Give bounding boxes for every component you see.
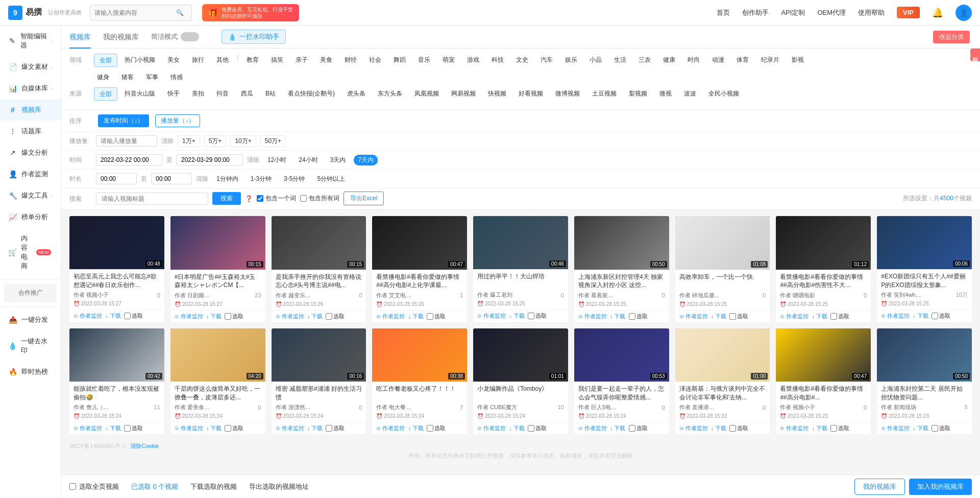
duration-1min[interactable]: 1分钟内 bbox=[212, 174, 242, 184]
include-all-label[interactable]: 包含所有词 bbox=[300, 194, 339, 203]
sidebar-item-self-media[interactable]: 📊自媒体库 › bbox=[0, 78, 61, 99]
source-tag-19[interactable]: 全民小视频 bbox=[703, 87, 744, 100]
time-3d[interactable]: 3天内 bbox=[326, 155, 350, 165]
export-excel-btn[interactable]: 导出Excel bbox=[344, 192, 384, 205]
nav-oem[interactable]: OEM代理 bbox=[817, 8, 846, 17]
video-card-2[interactable]: 00:15 #日本明星广告##玉森裕太#玉森裕太シャレポンCM【... 作者 日… bbox=[170, 216, 265, 322]
author-monitor-action[interactable]: ⊙ 作者监控 bbox=[175, 313, 203, 320]
domain-tag-7[interactable]: 亲子 bbox=[290, 54, 313, 66]
download-action[interactable]: ↓ 下载 bbox=[711, 313, 727, 320]
source-tag-2[interactable]: 快手 bbox=[162, 87, 185, 100]
download-action[interactable]: ↓ 下载 bbox=[812, 424, 828, 432]
header-promo-banner[interactable]: 🎁 免费会员、五元礼包、行业干货扫码进群即可领取 bbox=[202, 4, 299, 21]
select-video-checkbox[interactable] bbox=[629, 425, 635, 432]
domain-tag-18[interactable]: 娱乐 bbox=[560, 54, 582, 66]
domain-tag-military[interactable]: 军事 bbox=[141, 71, 163, 83]
download-action[interactable]: ↓ 下载 bbox=[206, 424, 222, 432]
time-end-input[interactable] bbox=[177, 154, 243, 165]
user-avatar[interactable]: 👤 bbox=[955, 5, 972, 21]
nav-home[interactable]: 首页 bbox=[717, 8, 730, 17]
select-video-checkbox[interactable] bbox=[528, 425, 534, 432]
time-12h[interactable]: 12小时 bbox=[263, 155, 290, 165]
domain-tag-2[interactable]: 美女 bbox=[162, 54, 185, 66]
select-video-label[interactable]: 选取 bbox=[629, 424, 648, 432]
source-tag-11[interactable]: 网易视频 bbox=[446, 87, 481, 100]
download-action[interactable]: ↓ 下载 bbox=[711, 424, 727, 432]
source-tag-6[interactable]: B站 bbox=[260, 87, 281, 100]
download-action[interactable]: ↓ 下载 bbox=[307, 313, 323, 320]
select-video-checkbox[interactable] bbox=[528, 313, 534, 319]
search-icon[interactable]: 🔍 bbox=[176, 9, 184, 16]
sidebar-item-one-watermark[interactable]: 💧一键去水印 bbox=[0, 330, 61, 361]
author-monitor-action[interactable]: ⊙ 作者监控 bbox=[477, 312, 506, 320]
video-card-14[interactable]: 01:01 小龙编舞作品《Tomboy》 作者 CUBE魔方 10 ⏰ 2022… bbox=[473, 328, 568, 435]
duration-1-3min[interactable]: 1-3分钟 bbox=[247, 174, 276, 184]
select-video-label[interactable]: 选取 bbox=[225, 313, 243, 320]
domain-tag-23[interactable]: 时尚 bbox=[682, 54, 705, 66]
domain-tag-21[interactable]: 三农 bbox=[633, 54, 656, 66]
author-monitor-action[interactable]: ⊙ 作者监控 bbox=[881, 424, 910, 432]
playcount-clear-btn[interactable]: 清除 bbox=[161, 137, 174, 146]
source-tag-18[interactable]: 波波 bbox=[679, 87, 701, 100]
select-all-label[interactable]: 选取全页视频 bbox=[69, 482, 119, 491]
sidebar-item-explode-analysis[interactable]: ↗爆文分析 bbox=[0, 142, 61, 163]
select-video-label[interactable]: 选取 bbox=[326, 313, 345, 320]
source-tag-17[interactable]: 微视 bbox=[654, 87, 677, 100]
select-video-checkbox[interactable] bbox=[830, 313, 837, 320]
tab-video-library[interactable]: 视频库 bbox=[69, 26, 91, 49]
video-card-7[interactable]: 01:08 高效率卸车，一个比一个快. 作者 碎地瓜篓... 0 ⏰ 2022-… bbox=[675, 216, 770, 322]
domain-tag-10[interactable]: 社会 bbox=[364, 54, 386, 66]
download-action[interactable]: ↓ 下载 bbox=[408, 424, 424, 432]
source-tag-9[interactable]: 东方头条 bbox=[373, 87, 407, 100]
video-card-11[interactable]: 04:20 千层肉饼这么做简单又好吃，一撩叠一叠，皮薄层多还... 作者 爱美食… bbox=[170, 328, 265, 435]
include-all-checkbox[interactable] bbox=[300, 195, 307, 202]
simple-mode-switch[interactable] bbox=[181, 32, 199, 41]
video-card-16[interactable]: 01:00 泽连斯基：与俄方谈判中完全不会讨论非军事化和'去纳... 作者 直播… bbox=[675, 328, 770, 435]
domain-tag-health[interactable]: 健身 bbox=[92, 71, 114, 83]
domain-tag-19[interactable]: 小品 bbox=[584, 54, 607, 66]
domain-tag-9[interactable]: 财经 bbox=[339, 54, 362, 66]
domain-tag-14[interactable]: 游戏 bbox=[462, 54, 484, 66]
domain-tag-11[interactable]: 舞蹈 bbox=[388, 54, 411, 66]
sort-btn-time[interactable]: 发布时间（↓） bbox=[98, 114, 149, 127]
video-card-15[interactable]: 00:53 我们是要一起走一辈子的人，怎么会气馁弄你呢整爱情感... 作者 巨人… bbox=[574, 328, 669, 435]
domain-tag-27[interactable]: 影视 bbox=[787, 54, 809, 66]
time-start-input[interactable] bbox=[96, 154, 162, 165]
video-card-13[interactable]: 00:38 吃工作餐老板又心疼了！！！ 作者 电大餐肉吧 7 ⏰ 2022-03… bbox=[372, 328, 467, 435]
domain-tag-17[interactable]: 汽车 bbox=[535, 54, 558, 66]
select-video-label[interactable]: 选取 bbox=[932, 312, 950, 320]
sidebar-item-rank-analysis[interactable]: 📈榜单分析 bbox=[0, 206, 61, 228]
domain-tag-22[interactable]: 健康 bbox=[658, 54, 680, 66]
select-video-checkbox[interactable] bbox=[729, 425, 736, 432]
author-monitor-action[interactable]: ⊙ 作者监控 bbox=[276, 424, 304, 432]
download-action[interactable]: ↓ 下载 bbox=[509, 312, 525, 320]
author-monitor-action[interactable]: ⊙ 作者监控 bbox=[578, 424, 607, 432]
sidebar-coop-promo[interactable]: 合作推广 bbox=[4, 283, 57, 302]
author-monitor-action[interactable]: ⊙ 作者监控 bbox=[74, 424, 102, 432]
time-24h[interactable]: 24小时 bbox=[295, 155, 322, 165]
select-video-checkbox[interactable] bbox=[427, 425, 433, 432]
domain-tag-all[interactable]: 全部 bbox=[94, 54, 117, 67]
clear-cookie-btn[interactable]: 清除Cookie bbox=[130, 443, 159, 449]
select-video-checkbox[interactable] bbox=[124, 313, 131, 319]
time-clear-btn[interactable]: 清除 bbox=[247, 156, 259, 164]
logo[interactable]: 9 易撰 bbox=[8, 6, 42, 20]
collect-category-btn[interactable]: 收起分类 bbox=[933, 31, 970, 43]
add-to-library-btn[interactable]: 加入我的视频库 bbox=[909, 479, 972, 495]
source-tag-12[interactable]: 快视频 bbox=[483, 87, 511, 100]
header-search-input[interactable] bbox=[94, 9, 176, 16]
playcount-1w[interactable]: 1万+ bbox=[178, 135, 200, 147]
author-monitor-action[interactable]: ⊙ 作者监控 bbox=[376, 424, 405, 432]
author-monitor-action[interactable]: ⊙ 作者监控 bbox=[780, 313, 808, 320]
select-video-checkbox[interactable] bbox=[326, 313, 332, 320]
author-monitor-action[interactable]: ⊙ 作者监控 bbox=[175, 424, 203, 432]
author-monitor-action[interactable]: ⊙ 作者监控 bbox=[780, 424, 808, 432]
source-tag-all[interactable]: 全部 bbox=[94, 87, 117, 101]
domain-tag-20[interactable]: 生活 bbox=[609, 54, 631, 66]
select-video-label[interactable]: 选取 bbox=[932, 424, 950, 432]
select-video-checkbox[interactable] bbox=[225, 313, 231, 320]
domain-tag-26[interactable]: 纪录片 bbox=[756, 54, 785, 66]
domain-tag-6[interactable]: 搞笑 bbox=[266, 54, 288, 66]
duration-5min-plus[interactable]: 5分钟以上 bbox=[313, 174, 349, 184]
select-video-checkbox[interactable] bbox=[629, 313, 635, 320]
